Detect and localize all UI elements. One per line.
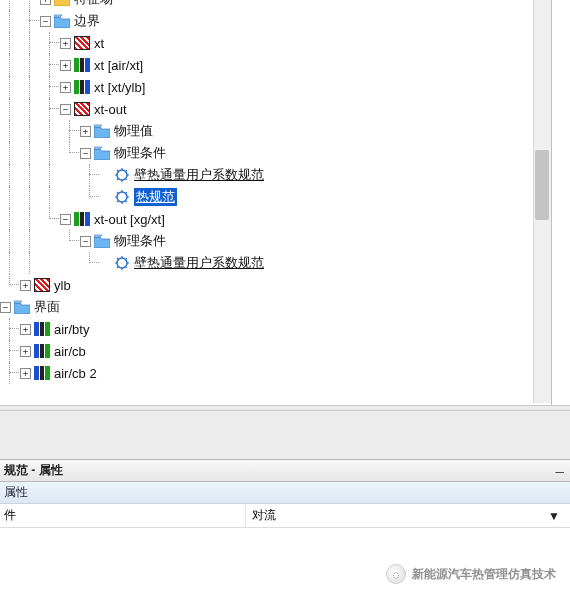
node-label: 物理条件 [114, 232, 166, 250]
expand-toggle[interactable]: + [60, 60, 71, 71]
node-label: xt [94, 36, 104, 51]
node-label: xt [air/xt] [94, 58, 143, 73]
tree-row-xt-out[interactable]: − xt-out [0, 98, 551, 120]
folder-icon [54, 0, 70, 7]
node-label: ylb [54, 278, 71, 293]
bars-icon [34, 321, 50, 337]
collapse-toggle[interactable]: − [40, 16, 51, 27]
node-label: xt [xt/ylb] [94, 80, 145, 95]
watermark-text: 新能源汽车热管理仿真技术 [412, 566, 556, 583]
collapse-toggle[interactable]: − [80, 148, 91, 159]
tree-row[interactable]: + xt [air/xt] [0, 54, 551, 76]
node-label: 界面 [34, 298, 60, 316]
bars-icon [34, 365, 50, 381]
folder-icon [14, 299, 30, 315]
hatch-icon [34, 277, 50, 293]
spec-icon [114, 167, 130, 183]
node-label: 边界 [74, 12, 100, 30]
expand-toggle[interactable]: + [20, 280, 31, 291]
tree-panel: + 特征场 − 边界 + xt + [0, 0, 552, 405]
hatch-icon [74, 35, 90, 51]
vertical-scrollbar[interactable] [533, 0, 551, 403]
bars-icon [74, 79, 90, 95]
expand-toggle[interactable]: + [20, 346, 31, 357]
property-value: 对流 [252, 507, 276, 524]
hatch-icon [74, 101, 90, 117]
tree-row[interactable]: − 物理条件 [0, 142, 551, 164]
watermark: ◌ 新能源汽车热管理仿真技术 [386, 564, 556, 584]
spec-icon [114, 189, 130, 205]
tree-row-selected[interactable]: 热规范 [0, 186, 551, 208]
node-label: 物理条件 [114, 144, 166, 162]
collapse-toggle[interactable]: − [60, 214, 71, 225]
expand-toggle[interactable]: + [80, 126, 91, 137]
gap [0, 411, 570, 459]
collapse-toggle[interactable]: − [80, 236, 91, 247]
tree-row[interactable]: − xt-out [xg/xt] [0, 208, 551, 230]
property-row[interactable]: 件 对流 ▼ [0, 504, 570, 528]
node-label: air/cb [54, 344, 86, 359]
node-label: air/cb 2 [54, 366, 97, 381]
tree-row-cut[interactable]: + 特征场 [0, 0, 551, 10]
folder-icon [94, 233, 110, 249]
node-label: 壁热通量用户系数规范 [134, 166, 264, 184]
properties-panel-header: 规范 - 属性 — [0, 459, 570, 482]
tree-row-interface[interactable]: − 界面 [0, 296, 551, 318]
bars-icon [74, 211, 90, 227]
bars-icon [34, 343, 50, 359]
tree-row[interactable]: + ylb [0, 274, 551, 296]
tree-row[interactable]: − 物理条件 [0, 230, 551, 252]
minimize-button[interactable]: — [556, 463, 564, 479]
spec-icon [114, 255, 130, 271]
node-label-selected: 热规范 [134, 188, 177, 206]
collapse-toggle[interactable]: − [0, 302, 11, 313]
svg-point-2 [117, 258, 127, 268]
folder-icon [94, 145, 110, 161]
property-key: 件 [0, 504, 246, 527]
tree-row[interactable]: + air/cb 2 [0, 362, 551, 384]
expand-toggle[interactable]: + [40, 0, 51, 5]
property-value-cell[interactable]: 对流 ▼ [246, 504, 570, 527]
panel-title: 规范 - 属性 [4, 462, 63, 479]
node-label: 物理值 [114, 122, 153, 140]
scroll-thumb[interactable] [535, 150, 549, 220]
tree-row[interactable]: + 物理值 [0, 120, 551, 142]
expand-toggle[interactable]: + [60, 38, 71, 49]
wechat-icon: ◌ [386, 564, 406, 584]
section-label: 属性 [4, 484, 28, 501]
tree-row-boundary[interactable]: − 边界 [0, 10, 551, 32]
node-label: xt-out [xg/xt] [94, 212, 165, 227]
tree-row[interactable]: 壁热通量用户系数规范 [0, 252, 551, 274]
tree-row[interactable]: + air/bty [0, 318, 551, 340]
tree-row[interactable]: + xt [0, 32, 551, 54]
node-label: xt-out [94, 102, 127, 117]
svg-point-0 [117, 170, 127, 180]
properties-section-header: 属性 [0, 482, 570, 504]
app-root: + 特征场 − 边界 + xt + [0, 0, 570, 598]
expand-toggle[interactable]: + [20, 368, 31, 379]
tree: + 特征场 − 边界 + xt + [0, 0, 551, 384]
tree-row[interactable]: 壁热通量用户系数规范 [0, 164, 551, 186]
expand-toggle[interactable]: + [60, 82, 71, 93]
tree-row[interactable]: + xt [xt/ylb] [0, 76, 551, 98]
node-label: air/bty [54, 322, 89, 337]
expand-toggle[interactable]: + [20, 324, 31, 335]
bars-icon [74, 57, 90, 73]
node-label: 壁热通量用户系数规范 [134, 254, 264, 272]
chevron-down-icon[interactable]: ▼ [548, 509, 560, 523]
node-label: 特征场 [74, 0, 113, 8]
tree-row[interactable]: + air/cb [0, 340, 551, 362]
collapse-toggle[interactable]: − [60, 104, 71, 115]
svg-point-1 [117, 192, 127, 202]
folder-icon [54, 13, 70, 29]
folder-icon [94, 123, 110, 139]
